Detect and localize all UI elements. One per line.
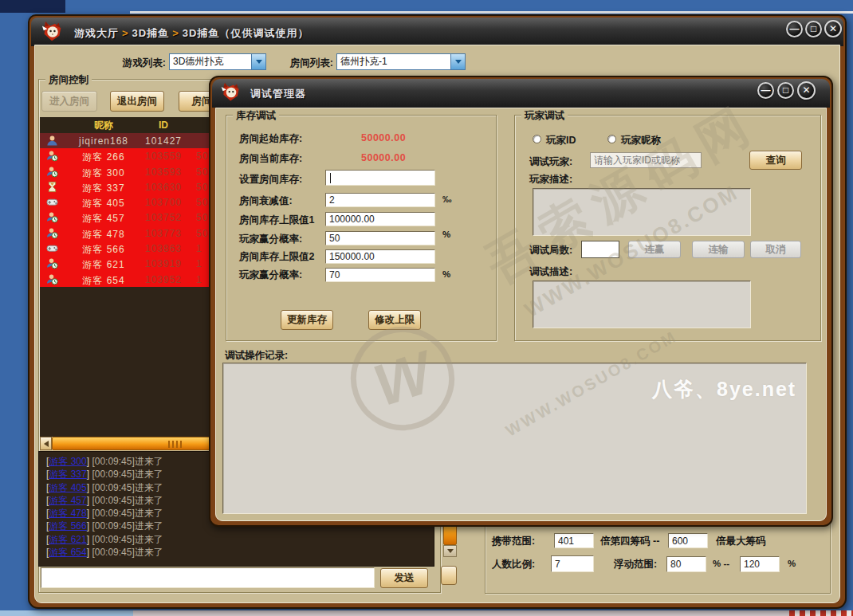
gamepad-icon <box>46 196 58 208</box>
breadcrumb-separator: > <box>169 27 183 39</box>
player-id: 103773 <box>136 228 191 239</box>
scroll-down-button[interactable] <box>443 545 457 557</box>
chat-player-link[interactable]: 游客 405 <box>49 482 86 493</box>
debug-desc-label: 调试描述: <box>529 265 572 279</box>
user-clock-icon <box>46 211 58 223</box>
query-button[interactable]: 查询 <box>749 151 802 170</box>
update-stock-button[interactable]: 更新库存 <box>281 310 333 330</box>
inventory-debug-group: 库存调试 <box>226 115 497 341</box>
carry-range-input[interactable] <box>554 533 594 548</box>
chat-player-link[interactable]: 游客 457 <box>49 495 86 506</box>
chat-player-link[interactable]: 游客 566 <box>49 520 86 532</box>
chat-player-link[interactable]: 游客 478 <box>49 508 86 519</box>
main-window-title: 游戏大厅>3D捕鱼>3D捕鱼（仅供调试使用） <box>74 26 309 41</box>
float-high-percent: % <box>788 559 796 568</box>
desktop: 游戏大厅>3D捕鱼>3D捕鱼（仅供调试使用） — □ ✕ 游戏列表: 3D德州扑… <box>0 0 853 616</box>
player-id-radio[interactable] <box>533 135 541 143</box>
player-group-label: 玩家调试 <box>521 109 568 123</box>
taskbar-fragment <box>0 0 65 13</box>
background-edge-line <box>130 11 853 14</box>
chat-player-link[interactable]: 游客 654 <box>49 547 86 558</box>
column-header-nickname[interactable]: 昵称 <box>64 119 143 132</box>
player-id: 103593 <box>136 167 191 178</box>
debug-rounds-input[interactable] <box>581 241 619 258</box>
set-room-stock-input[interactable] <box>325 170 435 186</box>
chat-line-text: [00:09:45]进来了 <box>89 534 163 545</box>
chevron-down-icon[interactable] <box>450 54 465 69</box>
maximize-button[interactable]: □ <box>805 21 822 37</box>
chat-line-text: [00:09:45]进来了 <box>89 482 163 493</box>
cancel-button[interactable]: 取消 <box>750 241 801 258</box>
player-id: 103630 <box>136 182 191 193</box>
scroll-left-button[interactable] <box>40 437 52 450</box>
carry-range-label: 携带范围: <box>492 535 535 548</box>
room-start-stock-label: 房间起始库存: <box>239 132 302 146</box>
chat-player-link[interactable]: 游客 300 <box>49 456 86 467</box>
win-rate2-unit: % <box>442 269 450 279</box>
stock-limit2-label: 房间库存上限值2 <box>239 250 314 264</box>
chat-line-text: [00:09:45]进来了 <box>89 469 163 480</box>
chat-message-input[interactable] <box>41 567 375 588</box>
modify-limit-button[interactable]: 修改上限 <box>368 310 421 330</box>
player-name: 游客 300 <box>64 167 143 180</box>
stock-limit1-input[interactable] <box>325 212 435 226</box>
decay-unit: ‰ <box>442 194 452 204</box>
game-list-dropdown[interactable]: 3D德州扑克 <box>169 53 266 70</box>
close-button[interactable]: ✕ <box>824 20 842 37</box>
float-range-label: 浮动范围: <box>614 558 657 571</box>
enter-room-button[interactable]: 进入房间 <box>41 91 97 112</box>
dialog-close-button[interactable]: ✕ <box>797 81 816 100</box>
player-name: 游客 457 <box>64 212 143 226</box>
player-nick-radio-label[interactable]: 玩家昵称 <box>621 134 661 147</box>
column-header-id[interactable]: ID <box>136 120 191 131</box>
hidden-button-fragment[interactable] <box>441 566 457 585</box>
player-id: 103919 <box>136 258 191 269</box>
player-id: 103863 <box>136 243 191 254</box>
scrollbar-grip[interactable] <box>168 441 184 448</box>
people-ratio-input[interactable] <box>551 555 594 572</box>
player-id-radio-label[interactable]: 玩家ID <box>546 134 576 147</box>
win-rate1-input[interactable] <box>325 231 435 245</box>
float-high-input[interactable] <box>740 556 780 572</box>
stock-limit1-label: 房间库存上限值1 <box>239 214 314 227</box>
player-name: 游客 337 <box>64 182 143 195</box>
bottom-strip-left <box>0 610 133 616</box>
float-low-input[interactable] <box>666 556 706 572</box>
chat-line: [游客 654] [00:09:45]进来了 <box>46 546 429 559</box>
minimize-button[interactable]: — <box>786 21 803 37</box>
player-name: 游客 654 <box>64 274 143 288</box>
room-list-label: 房间列表: <box>277 57 333 70</box>
room-current-stock-value: 50000.00 <box>361 152 406 163</box>
inventory-group-label: 库存调试 <box>233 109 279 123</box>
hourglass-icon <box>46 181 58 193</box>
main-window-titlebar[interactable]: 游戏大厅>3D捕鱼>3D捕鱼（仅供调试使用） <box>31 18 843 46</box>
set-room-stock-label: 设置房间库存: <box>239 173 302 186</box>
debug-player-input[interactable] <box>590 152 702 168</box>
player-nick-radio[interactable] <box>607 135 616 143</box>
room-list-dropdown[interactable]: 德州扑克-1 <box>336 53 466 70</box>
win-rate2-label: 玩家赢分概率: <box>239 269 302 282</box>
dialog-titlebar[interactable]: 调试管理器 <box>212 79 830 108</box>
debug-desc-textarea[interactable] <box>533 281 751 328</box>
win-rate2-input[interactable] <box>325 268 435 282</box>
player-name: 游客 478 <box>64 228 143 241</box>
chat-player-link[interactable]: 游客 621 <box>49 534 86 545</box>
dialog-minimize-button[interactable]: — <box>757 82 774 99</box>
lose-streak-button[interactable]: 连输 <box>692 241 745 258</box>
win-streak-button[interactable]: 连赢 <box>628 241 681 258</box>
exit-room-button[interactable]: 退出房间 <box>110 91 164 112</box>
float-low-percent: % -- <box>713 559 729 568</box>
stock-limit2-input[interactable] <box>325 249 435 264</box>
chip4-input[interactable] <box>668 533 708 548</box>
chip4-label: 倍第四筹码 -- <box>600 535 659 548</box>
user-clock-icon <box>46 166 58 178</box>
dialog-maximize-button[interactable]: □ <box>777 82 794 99</box>
player-id: 103559 <box>136 151 191 162</box>
send-button[interactable]: 发送 <box>380 568 428 588</box>
player-desc-textarea[interactable] <box>533 188 751 236</box>
player-name: jiqiren168 <box>64 135 143 147</box>
chevron-down-icon[interactable] <box>251 54 265 69</box>
chat-player-link[interactable]: 游客 337 <box>49 469 86 480</box>
room-decay-input[interactable] <box>325 193 435 207</box>
owner-watermark: 八爷、8ye.net <box>652 376 796 402</box>
